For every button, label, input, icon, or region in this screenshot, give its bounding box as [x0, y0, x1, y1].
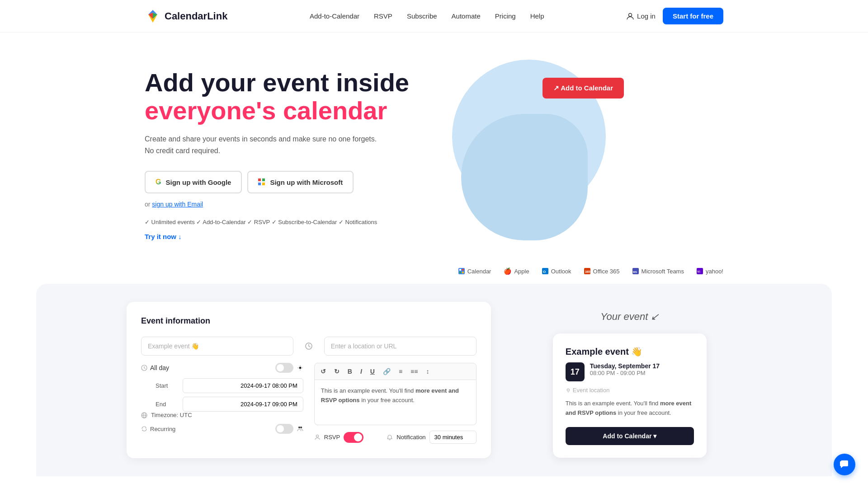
apple-icon: 🍎 — [504, 267, 511, 275]
svg-point-25 — [316, 435, 318, 437]
start-datetime-input[interactable] — [183, 378, 303, 393]
hero-decoration-blob — [461, 114, 588, 240]
svg-text:Y!: Y! — [697, 270, 700, 273]
event-name-field — [141, 337, 293, 356]
form-title: Event information — [141, 316, 476, 326]
start-free-button[interactable]: Start for free — [663, 8, 723, 24]
nav-rsvp[interactable]: RSVP — [374, 12, 392, 20]
nav-links: Add-to-Calendar RSVP Subscribe Automate … — [310, 12, 544, 20]
location-icon — [566, 388, 571, 393]
signup-google-button[interactable]: G Sign up with Google — [145, 171, 242, 193]
link-button[interactable]: 🔗 — [381, 367, 393, 376]
all-day-row: All day — [141, 363, 303, 373]
notification-select[interactable]: 30 minutes 1 hour 1 day — [429, 431, 476, 444]
hero-subtitle: Create and share your events in seconds … — [145, 133, 416, 156]
add-to-calendar-hero-button[interactable]: ↗ Add to Calendar — [542, 78, 624, 99]
rich-text-editor: ↺ ↻ B I U 🔗 ≡ ≡≡ ↕ This is an example ev… — [314, 363, 476, 444]
signup-microsoft-button[interactable]: Sign up with Microsoft — [247, 171, 354, 193]
indent-button[interactable]: ↕ — [424, 367, 431, 376]
notification-section: Notification 30 minutes 1 hour 1 day — [387, 431, 476, 444]
chat-icon — [840, 460, 849, 469]
preview-title: Example event 👋 — [566, 346, 694, 357]
italic-button[interactable]: I — [358, 367, 364, 376]
nav-subscribe[interactable]: Subscribe — [407, 12, 437, 20]
recurring-toggle[interactable] — [275, 424, 293, 434]
location-field — [324, 337, 476, 356]
nav-actions: Log in Start for free — [626, 8, 723, 24]
google-icon: G — [156, 178, 161, 186]
hero-left: Add your event inside everyone's calenda… — [145, 69, 416, 240]
calendar-logos-bar: Calendar 🍎 Apple O Outlook 365 Office 36… — [0, 267, 868, 284]
add-to-calendar-card-button[interactable]: Add to Calendar ▾ — [566, 427, 694, 445]
form-name-location-row — [141, 337, 476, 356]
hero-section: Add your event inside everyone's calenda… — [0, 33, 868, 267]
navigation: CalendarLink Add-to-Calendar RSVP Subscr… — [0, 0, 868, 33]
nav-help[interactable]: Help — [530, 12, 544, 20]
end-datetime-input[interactable] — [183, 397, 303, 412]
nav-automate[interactable]: Automate — [452, 12, 481, 20]
svg-point-4 — [629, 13, 632, 16]
description-content[interactable]: This is an example event. You'll find mo… — [314, 380, 476, 425]
svg-text:MS: MS — [633, 271, 637, 273]
start-row: Start — [156, 378, 303, 393]
refresh-icon — [141, 426, 147, 432]
date-info: Tuesday, September 17 08:00 PM - 09:00 P… — [590, 362, 660, 376]
rsvp-notification-row: RSVP Notification 30 minutes 1 hour 1 da… — [314, 431, 476, 444]
svg-text:O: O — [543, 270, 546, 274]
bell-icon — [387, 434, 393, 441]
bold-button[interactable]: B — [345, 367, 354, 376]
location-input[interactable] — [324, 337, 476, 356]
recurring-row: Recurring — [141, 424, 303, 434]
hero-right: ↗ Add to Calendar — [443, 69, 624, 231]
settings-icon — [297, 365, 303, 371]
rsvp-toggle[interactable] — [344, 432, 363, 443]
underline-button[interactable]: U — [368, 367, 377, 376]
preview-date-row: 17 Tuesday, September 17 08:00 PM - 09:0… — [566, 362, 694, 381]
user-icon — [626, 12, 634, 20]
recur-icon — [305, 342, 313, 350]
chat-support-button[interactable] — [834, 454, 855, 475]
logo[interactable]: CalendarLink — [145, 8, 227, 24]
svg-point-24 — [300, 427, 302, 428]
end-row: End — [156, 397, 303, 412]
form-left-col: All day Start — [141, 363, 303, 444]
cal-logo-yahoo: Y! yahoo! — [697, 268, 723, 275]
rich-toolbar: ↺ ↻ B I U 🔗 ≡ ≡≡ ↕ — [314, 363, 476, 380]
nav-add-to-calendar[interactable]: Add-to-Calendar — [310, 12, 359, 20]
cal-logo-office365: 365 Office 365 — [584, 268, 620, 275]
preview-description: This is an example event. You'll find mo… — [566, 399, 694, 418]
globe-icon — [141, 412, 147, 418]
event-name-input[interactable] — [141, 337, 293, 356]
bullet-list-button[interactable]: ≡ — [396, 367, 405, 376]
outlook-icon: O — [542, 268, 548, 274]
nav-pricing[interactable]: Pricing — [495, 12, 516, 20]
bottom-section: Event information — [36, 284, 832, 476]
svg-rect-6 — [459, 269, 461, 271]
hero-or-text: or sign up with Email — [145, 201, 416, 208]
start-end-section: Start End — [156, 378, 303, 412]
preview-section: Your event ↙ Example event 👋 17 Tuesday,… — [518, 302, 741, 458]
preview-location: Event location — [566, 387, 694, 394]
signup-email-link[interactable]: sign up with Email — [152, 201, 203, 208]
logo-text: CalendarLink — [165, 10, 227, 22]
all-day-toggle[interactable] — [275, 363, 293, 373]
clock-icon — [141, 365, 147, 371]
cal-logo-google: Calendar — [458, 268, 491, 275]
microsoft-icon — [258, 178, 265, 186]
login-button[interactable]: Log in — [626, 12, 656, 20]
hero-title: Add your event inside everyone's calenda… — [145, 69, 416, 124]
redo-button[interactable]: ↻ — [332, 367, 342, 376]
cal-logo-outlook: O Outlook — [542, 268, 571, 275]
svg-text:365: 365 — [585, 270, 590, 273]
office365-icon: 365 — [584, 268, 590, 274]
event-form: Event information — [127, 302, 491, 458]
cal-logo-apple: 🍎 Apple — [504, 267, 529, 275]
people-icon — [297, 426, 303, 432]
form-middle-row: All day Start — [141, 363, 476, 444]
your-event-label: Your event ↙ — [600, 311, 659, 323]
hero-buttons: G Sign up with Google Sign up with Micro… — [145, 171, 416, 193]
try-it-now[interactable]: Try it now ↓ — [145, 233, 416, 240]
undo-button[interactable]: ↺ — [318, 367, 328, 376]
rsvp-icon — [314, 434, 321, 441]
ordered-list-button[interactable]: ≡≡ — [408, 367, 420, 376]
